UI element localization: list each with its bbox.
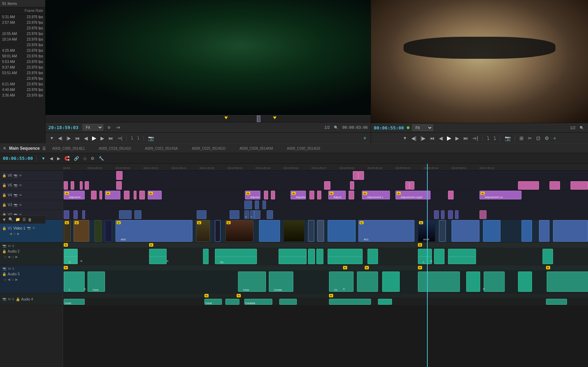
v4-clip-19[interactable] [448,191,454,199]
source-settings-btn[interactable]: ⚙ [106,125,112,130]
v1-clip-2[interactable]: fx [74,220,89,242]
a2-clip-11[interactable] [434,249,444,264]
a3-key-btn[interactable]: ◇ [4,277,7,282]
settings-tool-btn[interactable]: ⚙ [90,155,96,162]
prog-prev-btn[interactable]: ⏮ [428,135,436,142]
v1-clip-19[interactable] [522,220,532,242]
v1-clip-16[interactable] [439,220,446,242]
a3-prev-btn[interactable]: ◀ [7,277,10,282]
v4-clip-5[interactable] [124,191,130,199]
v4-clip-7[interactable] [139,191,145,199]
program-fit-dropdown[interactable]: Fit 25% 50% 100% [412,125,433,131]
v5-clip-8[interactable] [405,181,410,190]
v1-clip-15[interactable]: fx shutt [418,220,435,242]
v2-clip-11[interactable] [267,210,273,219]
track-row-v3[interactable] [63,200,588,210]
project-item[interactable]: 6:21 AM23.976 fps [0,82,45,87]
prog-add-btn[interactable]: + [552,135,558,142]
v5-clip-1[interactable] [64,181,68,190]
a2-prev-btn[interactable]: ◀ [7,255,10,259]
v1-clip-9[interactable] [259,220,280,242]
v1-clip-3[interactable] [94,220,102,242]
track-row-v6[interactable] [63,171,588,181]
prog-step-back-btn[interactable]: ◀ [438,135,444,142]
project-item[interactable]: 10:14 AM23.976 fps [0,37,45,42]
v3-clip-3[interactable] [262,200,266,209]
v2-clip-4[interactable] [119,210,132,219]
v4-clip-10[interactable] [264,191,268,199]
a2-next-btn[interactable]: ▶ [15,255,18,259]
a3-next-btn[interactable]: ▶ [15,277,18,282]
a4-clip-2[interactable]: Const [204,299,222,305]
v1-clip-6[interactable]: fx [196,220,210,242]
a2-clip-3[interactable] [203,249,209,264]
a4-clip-8[interactable] [546,299,567,305]
a4-clip-3[interactable] [225,299,239,305]
project-item[interactable]: 4:40 AM23.976 fps [0,87,45,93]
markers-btn[interactable]: ◇ [82,155,88,162]
source-play-btn[interactable]: ▶ [91,134,98,142]
track-row-a3[interactable]: fx fx fx fx fx L Cons Cons [63,265,588,293]
backward-btn[interactable]: ▶ [56,155,61,162]
a3-clip-12[interactable] [547,271,588,292]
v1-clip-21[interactable] [553,220,588,242]
v2-clip-6[interactable] [197,210,206,219]
a2-clip-5[interactable] [279,249,307,264]
project-item[interactable]: 5:53 AM23.976 fps [0,59,45,65]
source-fit-dropdown[interactable]: Fit 25% 50% 100% [83,124,103,130]
prog-mark-in-btn[interactable]: ▼ [401,135,408,141]
v1-eye-btn[interactable]: 👁 [32,226,36,230]
v3-clip-1[interactable] [244,200,252,209]
v5-clip-4[interactable] [85,181,89,190]
a4-clip-6[interactable] [329,299,371,305]
v1-add-btn[interactable]: ◇ [13,232,16,236]
v5-clip-7[interactable] [350,181,354,190]
track-row-v2[interactable]: F F [63,210,588,220]
a3-clip-1[interactable]: L [64,271,85,292]
a3-clip-5[interactable]: Co [329,271,354,292]
timeline-close-btn[interactable]: ✕ [3,146,6,151]
v5-clip-12[interactable] [570,181,588,190]
a4-clip-1[interactable]: Const [64,299,85,305]
source-mark-in-btn[interactable]: ▼ [48,135,55,141]
a2-clip-12[interactable] [448,249,476,264]
a4-cam-btn[interactable]: 📷 [2,297,7,301]
source-overwrite2-btn[interactable]: ⤵ [136,135,141,141]
project-item[interactable]: 53:51 AM23.976 fps [0,70,45,76]
v5-clip-2[interactable] [71,181,74,190]
track-row-a2[interactable]: fx fx fx C Ch. [63,242,588,265]
v2-clip-15[interactable] [455,210,458,219]
forward-btn[interactable]: ◀ [49,155,54,162]
prog-compare-btn[interactable]: ⊡ [535,135,542,142]
v4-clip-6[interactable] [134,191,136,199]
source-go-out-btn[interactable]: |▶ [65,135,72,141]
a2-cam-btn[interactable]: 📷 [2,244,7,248]
source-go-in-btn[interactable]: ◀| [57,135,64,141]
project-item[interactable]: 23.976 fps [0,26,45,31]
a3-clip-2[interactable]: Cons [88,271,105,292]
a3-clip-7[interactable] [382,271,400,292]
v5-clip-5[interactable] [116,181,122,190]
v2-clip-7[interactable] [230,210,239,219]
v5-clip-9[interactable] [410,181,414,190]
a4-clip-4[interactable]: Constant [244,299,272,305]
a2-key-btn[interactable]: ◇ [4,255,7,259]
source-add-btn[interactable]: + [362,134,368,142]
v1-clip-14[interactable]: fx A01 [358,220,414,242]
timeline-ruler[interactable]: 00:00 00:00:29:23 00:00:59:22 00:01:29:2… [0,164,588,171]
v1-clip-18[interactable] [483,220,500,242]
snap-btn[interactable]: 🧲 [63,155,71,162]
project-item[interactable]: 5:31 AM23.976 fps [0,14,45,20]
v5-eye-btn[interactable]: 👁 [19,183,22,188]
v1-clip-20[interactable] [539,220,550,242]
project-list-btn[interactable]: ☰ [22,217,26,222]
a3-clip-8[interactable] [418,271,460,292]
v6-clip-2[interactable] [353,171,358,180]
project-item[interactable]: 23.976 fps [0,76,45,82]
v5-clip-3[interactable] [80,181,83,190]
v2-clip-1[interactable] [64,210,69,219]
v6-eye-btn[interactable]: 👁 [19,174,22,178]
a2-clip-4[interactable]: Ch. [215,249,257,264]
track-row-v4[interactable]: fx Adjustme fx fx fx Adjuste [63,190,588,200]
a4-clip-5[interactable] [279,299,297,305]
